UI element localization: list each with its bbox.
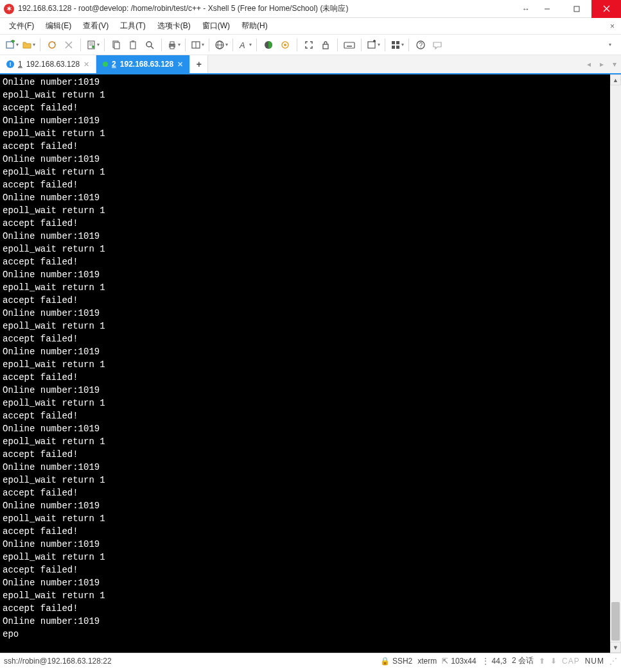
status-connection: ssh://robin@192.168.63.128:22	[4, 657, 112, 666]
tab-next-button[interactable]: ▸	[595, 55, 608, 73]
tab-list-button[interactable]: ▾	[608, 55, 621, 73]
tab-index: 2	[112, 60, 116, 69]
svg-rect-15	[114, 42, 119, 49]
lock-icon: 🔒	[380, 657, 390, 666]
status-numlock: NUM	[585, 657, 604, 666]
window-title: 192.168.63.128 - root@develop: /home/rob…	[18, 3, 520, 14]
svg-rect-42	[392, 41, 395, 44]
svg-rect-39	[368, 42, 375, 48]
keyboard-button[interactable]	[342, 37, 357, 53]
new-session-button[interactable]: ▾	[4, 37, 19, 53]
scroll-up-icon[interactable]: ▲	[610, 74, 621, 85]
menu-tools[interactable]: 工具(T)	[115, 19, 150, 33]
connected-icon	[103, 62, 108, 67]
svg-text:?: ?	[419, 42, 423, 49]
window-controls	[532, 0, 621, 18]
menu-edit[interactable]: 编辑(E)	[40, 19, 76, 33]
status-up-icon[interactable]: ⬆	[539, 657, 545, 666]
paste-button[interactable]	[125, 37, 141, 53]
status-capslock: CAP	[562, 657, 580, 666]
toolbar: ▾ ▾ ▾ ▾ ▾ ▾ A▾ ▾ ▾ ? ▾	[0, 35, 621, 55]
new-tab-button[interactable]: +	[190, 55, 208, 73]
menu-window[interactable]: 窗口(W)	[197, 19, 235, 33]
status-sessions: 2 会话	[512, 655, 534, 666]
svg-rect-43	[396, 41, 399, 44]
terminal-area: Online number:1019 epoll_wait return 1 a…	[0, 74, 621, 653]
lock-button[interactable]	[318, 37, 333, 53]
resize-indicator-icon: ↔	[520, 4, 532, 13]
svg-point-31	[284, 44, 286, 46]
properties-button[interactable]: ▾	[85, 37, 100, 53]
svg-rect-1	[574, 6, 579, 12]
color-scheme-button[interactable]	[261, 37, 276, 53]
statusbar: ssh://robin@192.168.63.128:22 🔒SSH2 xter…	[0, 653, 621, 668]
resize-grip-icon[interactable]: ⋰	[609, 657, 617, 666]
svg-line-19	[151, 46, 153, 49]
svg-rect-17	[132, 40, 134, 42]
svg-text:A: A	[239, 40, 245, 50]
app-icon: ✶	[4, 4, 14, 14]
tab-close-icon[interactable]: ✕	[83, 60, 89, 69]
menu-overflow-icon[interactable]: ×	[608, 22, 617, 31]
tabbar: ! 1 192.168.63.128 ✕ 2 192.168.63.128 ✕ …	[0, 55, 621, 74]
toolbar-overflow-button[interactable]: ▾	[602, 37, 617, 53]
svg-point-18	[146, 42, 152, 47]
find-button[interactable]	[142, 37, 157, 53]
menu-help[interactable]: 帮助(H)	[236, 19, 273, 33]
menu-file[interactable]: 文件(F)	[4, 19, 39, 33]
fullscreen-button[interactable]	[301, 37, 317, 53]
tile-button[interactable]: ▾	[389, 37, 405, 53]
highlight-button[interactable]	[277, 37, 293, 53]
print-button[interactable]: ▾	[166, 37, 181, 53]
close-button[interactable]	[591, 0, 621, 18]
menu-view[interactable]: 查看(V)	[78, 19, 114, 33]
tab-close-icon[interactable]: ✕	[177, 60, 183, 69]
svg-point-13	[92, 46, 94, 48]
status-size: ⇱103x44	[442, 657, 476, 666]
terminal-scrollbar[interactable]: ▲ ▼	[610, 74, 621, 653]
svg-rect-45	[396, 46, 399, 49]
menubar: 文件(F) 编辑(E) 查看(V) 工具(T) 选项卡(B) 窗口(W) 帮助(…	[0, 18, 621, 35]
open-folder-button[interactable]: ▾	[21, 37, 36, 53]
status-down-icon[interactable]: ⬇	[550, 657, 557, 666]
font-button[interactable]: A▾	[237, 37, 252, 53]
tab-index: 1	[18, 60, 22, 69]
feedback-button[interactable]	[430, 37, 445, 53]
scroll-thumb[interactable]	[611, 602, 620, 641]
terminal-output[interactable]: Online number:1019 epoll_wait return 1 a…	[0, 74, 610, 653]
status-protocol: 🔒SSH2	[380, 657, 412, 666]
status-term-type: xterm	[417, 657, 437, 666]
svg-rect-22	[170, 46, 174, 49]
scroll-track[interactable]	[610, 85, 621, 642]
minimize-button[interactable]	[532, 0, 562, 18]
svg-rect-32	[323, 44, 328, 49]
svg-rect-16	[130, 42, 136, 49]
cursor-icon: ⋮	[482, 657, 489, 666]
reconnect-button[interactable]	[44, 37, 60, 53]
size-icon: ⇱	[442, 657, 448, 666]
maximize-button[interactable]	[562, 0, 591, 18]
tab-session-1[interactable]: ! 1 192.168.63.128 ✕	[0, 55, 96, 73]
tab-label: 192.168.63.128	[26, 60, 80, 69]
disconnect-button[interactable]	[61, 37, 76, 53]
tab-prev-button[interactable]: ◂	[582, 55, 595, 73]
menu-tab[interactable]: 选项卡(B)	[152, 19, 196, 33]
copy-button[interactable]	[109, 37, 124, 53]
svg-rect-33	[344, 42, 354, 48]
titlebar: ✶ 192.168.63.128 - root@develop: /home/r…	[0, 0, 621, 18]
encoding-button[interactable]: ▾	[213, 37, 229, 53]
tab-session-2[interactable]: 2 192.168.63.128 ✕	[96, 55, 190, 73]
status-cursor: ⋮44,3	[482, 657, 507, 666]
svg-rect-44	[392, 46, 395, 49]
tab-label: 192.168.63.128	[120, 60, 173, 69]
alert-icon: !	[6, 60, 14, 68]
layout-button[interactable]: ▾	[189, 37, 205, 53]
new-window-button[interactable]: ▾	[365, 37, 381, 53]
help-button[interactable]: ?	[413, 37, 428, 53]
scroll-down-icon[interactable]: ▼	[610, 642, 621, 653]
